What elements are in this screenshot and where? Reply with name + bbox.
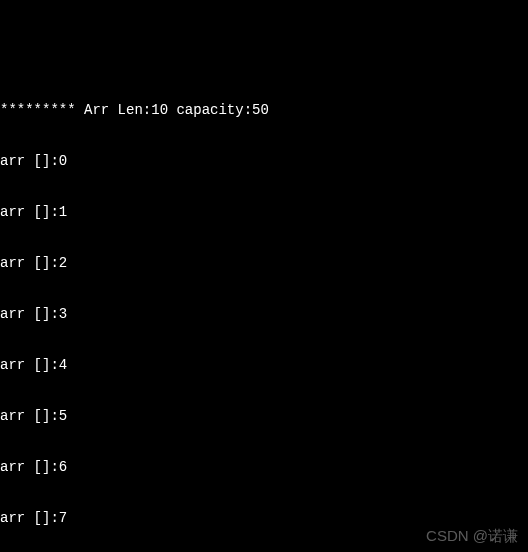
array-item: arr []:3 (0, 306, 528, 323)
block-header: ********* Arr Len:10 capacity:50 (0, 102, 528, 119)
array-item: arr []:6 (0, 459, 528, 476)
array-item: arr []:5 (0, 408, 528, 425)
array-item: arr []:7 (0, 510, 528, 527)
terminal-output: ********* Arr Len:10 capacity:50 arr []:… (0, 68, 528, 552)
array-item: arr []:2 (0, 255, 528, 272)
array-item: arr []:1 (0, 204, 528, 221)
array-item: arr []:0 (0, 153, 528, 170)
array-item: arr []:4 (0, 357, 528, 374)
